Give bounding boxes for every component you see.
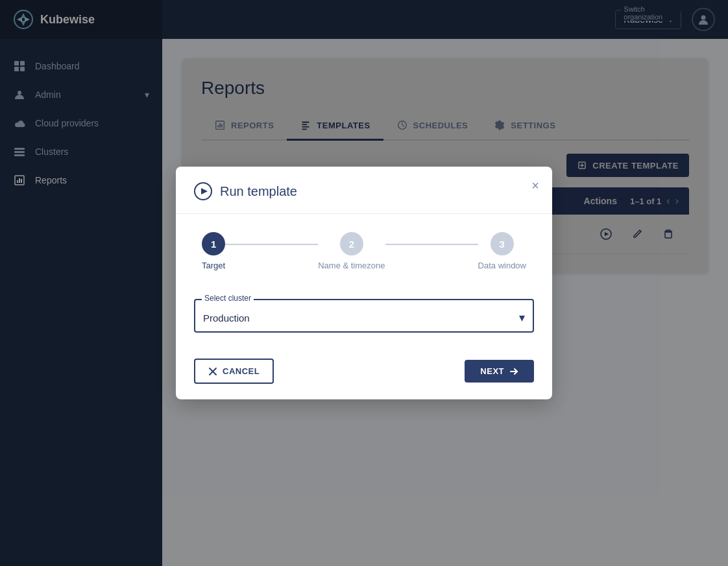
modal-title: Run template: [220, 184, 297, 199]
next-label: NEXT: [480, 366, 504, 376]
next-button[interactable]: NEXT: [465, 360, 534, 383]
step-circle-2: 2: [340, 232, 363, 255]
stepper: 1 Target 2 Name & timezone 3 Data window: [176, 214, 552, 283]
modal-overlay: Run template × 1 Target 2 Name & timezon…: [0, 0, 728, 566]
step-target: 1 Target: [202, 232, 225, 270]
step-circle-1: 1: [202, 232, 225, 255]
modal-close-button[interactable]: ×: [531, 178, 539, 193]
cancel-icon: [208, 367, 217, 376]
next-arrow-icon: [509, 367, 518, 376]
cancel-button[interactable]: CANCEL: [194, 359, 274, 384]
step-number-2: 2: [349, 239, 354, 250]
modal-header: Run template ×: [176, 167, 552, 214]
modal-body: Select cluster Production ▾: [176, 283, 552, 348]
step-number-1: 1: [211, 239, 216, 250]
step-line-2: [385, 244, 478, 245]
step-label-target: Target: [202, 261, 225, 270]
step-data-window: 3 Data window: [478, 232, 526, 270]
cancel-label: CANCEL: [223, 366, 260, 376]
select-cluster-container[interactable]: Select cluster Production ▾: [194, 299, 534, 333]
step-circle-3: 3: [491, 232, 514, 255]
select-cluster-label: Select cluster: [202, 294, 254, 303]
modal-footer: CANCEL NEXT: [176, 348, 552, 399]
step-name-timezone: 2 Name & timezone: [318, 232, 385, 270]
modal-play-icon: [194, 182, 212, 200]
step-label-data-window: Data window: [478, 261, 526, 270]
select-cluster-arrow-icon: ▾: [519, 311, 525, 325]
step-number-3: 3: [500, 239, 505, 250]
step-line-1: [225, 244, 318, 245]
svg-marker-26: [201, 188, 208, 195]
step-label-name-timezone: Name & timezone: [318, 261, 385, 270]
run-template-modal: Run template × 1 Target 2 Name & timezon…: [176, 167, 552, 399]
select-cluster-value: Production: [203, 312, 250, 324]
select-cluster-inner: Production ▾: [203, 311, 525, 325]
